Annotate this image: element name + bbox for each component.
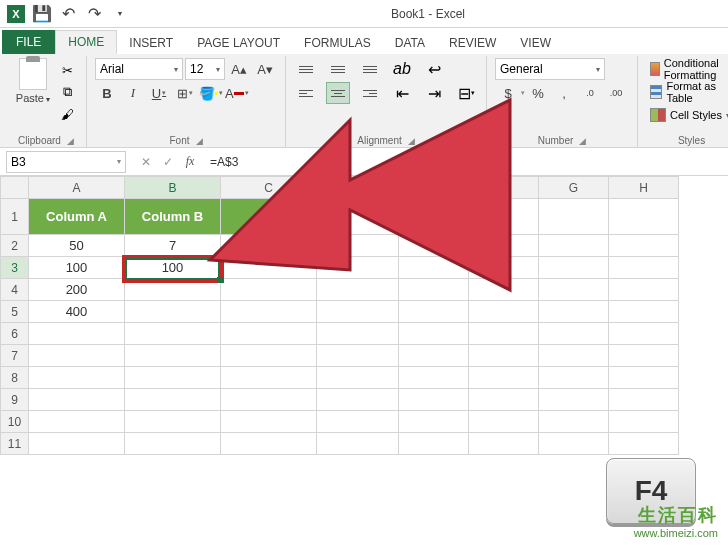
name-box[interactable]: B3 <box>6 151 126 173</box>
wrap-text-icon[interactable]: ↩ <box>422 58 446 80</box>
cell-B6[interactable] <box>125 323 221 345</box>
col-head-D[interactable]: D <box>317 177 399 199</box>
align-center-icon[interactable] <box>326 82 350 104</box>
cell-B10[interactable] <box>125 411 221 433</box>
enter-formula-icon[interactable]: ✓ <box>158 152 178 172</box>
cell-G11[interactable] <box>539 433 609 455</box>
cell-H2[interactable] <box>609 235 679 257</box>
cell-A7[interactable] <box>29 345 125 367</box>
cell-C8[interactable] <box>221 367 317 389</box>
cell-E8[interactable] <box>399 367 469 389</box>
cell-G5[interactable] <box>539 301 609 323</box>
cell-D3[interactable] <box>317 257 399 279</box>
cell-E5[interactable] <box>399 301 469 323</box>
cell-C11[interactable] <box>221 433 317 455</box>
cut-icon[interactable]: ✂ <box>56 60 78 80</box>
cell-D11[interactable] <box>317 433 399 455</box>
cell-C1[interactable]: Co <box>221 199 317 235</box>
decrease-indent-icon[interactable]: ⇤ <box>390 82 414 104</box>
cell-A1[interactable]: Column A <box>29 199 125 235</box>
cell-G6[interactable] <box>539 323 609 345</box>
insert-function-icon[interactable]: fx <box>180 152 200 172</box>
alignment-launcher-icon[interactable]: ◢ <box>408 136 415 146</box>
cell-D6[interactable] <box>317 323 399 345</box>
row-head-1[interactable]: 1 <box>1 199 29 235</box>
cell-D7[interactable] <box>317 345 399 367</box>
cell-E2[interactable] <box>399 235 469 257</box>
decrease-font-icon[interactable]: A▾ <box>253 58 277 80</box>
cell-H7[interactable] <box>609 345 679 367</box>
cell-A4[interactable]: 200 <box>29 279 125 301</box>
row-head-4[interactable]: 4 <box>1 279 29 301</box>
cell-F1[interactable] <box>469 199 539 235</box>
bold-button[interactable]: B <box>95 82 119 104</box>
orientation-icon[interactable]: ab <box>390 58 414 80</box>
cell-H10[interactable] <box>609 411 679 433</box>
excel-app-icon[interactable] <box>4 3 28 25</box>
tab-file[interactable]: FILE <box>2 30 55 54</box>
cell-D8[interactable] <box>317 367 399 389</box>
cell-B5[interactable] <box>125 301 221 323</box>
number-launcher-icon[interactable]: ◢ <box>579 136 586 146</box>
cell-C5[interactable] <box>221 301 317 323</box>
cell-E1[interactable] <box>399 199 469 235</box>
cell-G8[interactable] <box>539 367 609 389</box>
cell-styles-button[interactable]: Cell Styles▾ <box>646 104 728 126</box>
percent-button[interactable]: % <box>525 82 551 104</box>
align-bottom-icon[interactable] <box>358 58 382 80</box>
cell-A9[interactable] <box>29 389 125 411</box>
row-head-7[interactable]: 7 <box>1 345 29 367</box>
cell-C10[interactable] <box>221 411 317 433</box>
increase-decimal-icon[interactable]: .0 <box>577 82 603 104</box>
row-head-8[interactable]: 8 <box>1 367 29 389</box>
cell-A8[interactable] <box>29 367 125 389</box>
tab-view[interactable]: VIEW <box>508 32 563 54</box>
cell-F10[interactable] <box>469 411 539 433</box>
align-left-icon[interactable] <box>294 82 318 104</box>
clipboard-launcher-icon[interactable]: ◢ <box>67 136 74 146</box>
merge-center-icon[interactable]: ⊟▾ <box>454 82 478 104</box>
cell-G7[interactable] <box>539 345 609 367</box>
cell-H3[interactable] <box>609 257 679 279</box>
cell-F9[interactable] <box>469 389 539 411</box>
tab-data[interactable]: DATA <box>383 32 437 54</box>
cell-D4[interactable] <box>317 279 399 301</box>
cell-E11[interactable] <box>399 433 469 455</box>
tab-home[interactable]: HOME <box>55 30 117 54</box>
cell-H1[interactable] <box>609 199 679 235</box>
cell-F4[interactable] <box>469 279 539 301</box>
cell-C4[interactable] <box>221 279 317 301</box>
cell-H5[interactable] <box>609 301 679 323</box>
conditional-formatting-button[interactable]: Conditional Formatting▾ <box>646 58 728 80</box>
cell-D1[interactable] <box>317 199 399 235</box>
align-middle-icon[interactable] <box>326 58 350 80</box>
spreadsheet-grid[interactable]: A B C D E F G H 1 Column A Column B Co 2… <box>0 176 728 455</box>
qat-customize-icon[interactable]: ▾ <box>108 3 132 25</box>
font-color-button[interactable]: A▾ <box>225 82 249 104</box>
cell-C9[interactable] <box>221 389 317 411</box>
borders-button[interactable]: ⊞▾ <box>173 82 197 104</box>
align-top-icon[interactable] <box>294 58 318 80</box>
cell-C7[interactable] <box>221 345 317 367</box>
col-head-A[interactable]: A <box>29 177 125 199</box>
cell-F8[interactable] <box>469 367 539 389</box>
cell-E6[interactable] <box>399 323 469 345</box>
cancel-formula-icon[interactable]: ✕ <box>136 152 156 172</box>
cell-D9[interactable] <box>317 389 399 411</box>
cell-G9[interactable] <box>539 389 609 411</box>
cell-A5[interactable]: 400 <box>29 301 125 323</box>
cell-D5[interactable] <box>317 301 399 323</box>
fill-color-button[interactable]: 🪣▾ <box>199 82 223 104</box>
decrease-decimal-icon[interactable]: .00 <box>603 82 629 104</box>
row-head-11[interactable]: 11 <box>1 433 29 455</box>
increase-indent-icon[interactable]: ⇥ <box>422 82 446 104</box>
currency-button[interactable]: $ <box>495 82 521 104</box>
cell-F5[interactable] <box>469 301 539 323</box>
cell-B4[interactable] <box>125 279 221 301</box>
tab-review[interactable]: REVIEW <box>437 32 508 54</box>
save-icon[interactable]: 💾 <box>30 3 54 25</box>
select-all-corner[interactable] <box>1 177 29 199</box>
cell-G1[interactable] <box>539 199 609 235</box>
cell-G4[interactable] <box>539 279 609 301</box>
cell-A3[interactable]: 100 <box>29 257 125 279</box>
